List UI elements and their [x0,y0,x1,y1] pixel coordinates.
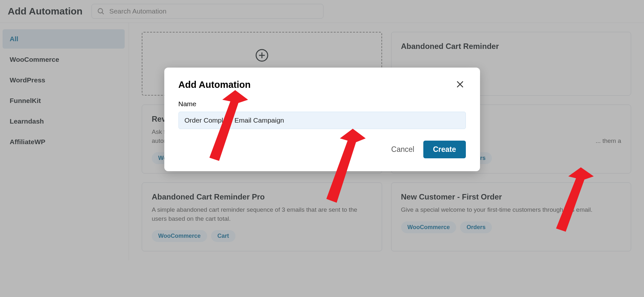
create-button[interactable]: Create [423,141,466,158]
annotation-arrow [547,167,595,232]
annotation-arrow [317,129,369,203]
annotation-arrow [200,90,251,161]
svg-marker-9 [556,167,594,232]
close-icon [456,80,465,89]
svg-marker-7 [209,90,248,161]
svg-marker-8 [326,129,366,203]
cancel-button[interactable]: Cancel [391,145,414,154]
modal-title: Add Automation [178,79,251,90]
close-button[interactable] [454,79,466,91]
